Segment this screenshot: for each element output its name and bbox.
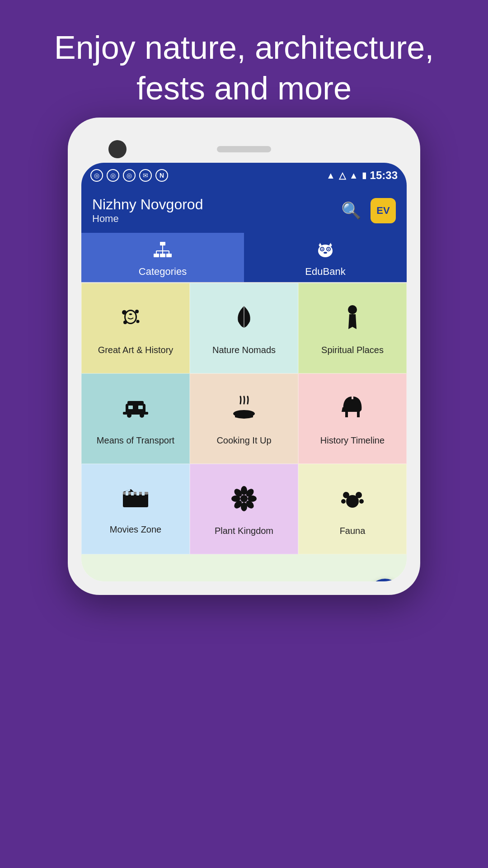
grid-cell-spiritual-places[interactable]: Spiritual Places xyxy=(298,283,407,373)
svg-rect-27 xyxy=(127,401,144,406)
svg-rect-1 xyxy=(154,254,159,257)
edubank-icon xyxy=(315,241,335,263)
grid-cell-plant-kingdom[interactable]: Plant Kingdom xyxy=(190,464,298,554)
plant-kingdom-label: Plant Kingdom xyxy=(215,526,273,536)
tab-bar: Categories xyxy=(81,233,407,283)
svg-rect-29 xyxy=(128,406,133,409)
svg-point-16 xyxy=(324,252,327,254)
tab-edubank-label: EduBank xyxy=(305,266,345,278)
svg-point-24 xyxy=(136,320,140,323)
svg-point-32 xyxy=(140,413,144,418)
svg-point-21 xyxy=(122,310,127,315)
speaker-bar xyxy=(217,146,271,152)
header-tagline: Enjoy nature, architecture,fests and mor… xyxy=(0,0,488,127)
status-icons-left: ◎ ◎ ◎ ✉ N xyxy=(90,169,168,182)
grid-cell-nature-nomads[interactable]: Nature Nomads xyxy=(190,283,298,373)
svg-rect-30 xyxy=(138,406,143,409)
means-of-transport-icon xyxy=(122,395,149,428)
movies-zone-label: Movies Zone xyxy=(110,524,162,535)
svg-rect-28 xyxy=(123,412,148,415)
app-subtitle: Home xyxy=(92,213,203,225)
svg-rect-0 xyxy=(160,242,165,245)
status-icon-mail: ✉ xyxy=(139,169,152,182)
fauna-icon xyxy=(339,485,366,519)
grid-cell-great-art-history[interactable]: Great Art & History xyxy=(81,283,190,373)
nature-nomads-label: Nature Nomads xyxy=(212,345,276,355)
svg-rect-2 xyxy=(160,254,165,257)
status-icon-cam1: ◎ xyxy=(90,169,103,182)
movies-zone-icon xyxy=(122,486,149,517)
status-icons-right: ▲ △ ▲ ▮ 15:33 xyxy=(326,169,398,182)
means-of-transport-label: Means of Transport xyxy=(97,435,174,446)
svg-point-15 xyxy=(328,249,329,250)
search-icon[interactable]: 🔍 xyxy=(341,201,361,220)
battery-icon: ▮ xyxy=(362,170,366,180)
svg-point-54 xyxy=(359,499,364,504)
tab-categories[interactable]: Categories xyxy=(81,233,244,282)
status-time: 15:33 xyxy=(370,169,398,182)
spiritual-places-icon xyxy=(340,304,365,338)
spiritual-places-label: Spiritual Places xyxy=(321,345,384,355)
svg-point-31 xyxy=(127,413,131,418)
svg-rect-3 xyxy=(166,254,172,257)
svg-rect-39 xyxy=(142,492,145,495)
logo-badge: EV xyxy=(371,198,396,223)
cooking-it-up-icon xyxy=(230,395,258,428)
svg-point-25 xyxy=(348,305,357,314)
camera-dot xyxy=(108,140,127,158)
app-title: Nizhny Novgorod xyxy=(92,196,203,213)
svg-point-20 xyxy=(126,311,136,323)
svg-point-52 xyxy=(356,492,362,498)
category-grid: Great Art & History Nature Nomads xyxy=(81,283,407,554)
status-icon-n: N xyxy=(155,169,168,182)
status-bar: ◎ ◎ ◎ ✉ N ▲ △ ▲ ▮ 15:33 xyxy=(81,163,407,188)
svg-point-41 xyxy=(240,495,248,502)
status-icon-cam2: ◎ xyxy=(107,169,119,182)
plant-kingdom-icon xyxy=(230,485,258,519)
app-bar: Nizhny Novgorod Home 🔍 EV xyxy=(81,188,407,233)
svg-point-23 xyxy=(123,321,127,324)
history-timeline-label: History Timeline xyxy=(320,435,385,446)
signal-icon2: ▲ xyxy=(349,170,358,181)
wifi-icon: ▲ xyxy=(326,170,335,181)
svg-point-51 xyxy=(343,492,349,498)
svg-point-53 xyxy=(341,499,346,504)
tab-categories-label: Categories xyxy=(139,266,187,278)
grid-cell-fauna[interactable]: Fauna xyxy=(298,464,407,554)
categories-icon xyxy=(153,241,173,263)
svg-point-22 xyxy=(135,310,139,313)
status-icon-cam3: ◎ xyxy=(123,169,136,182)
svg-rect-38 xyxy=(136,492,139,495)
app-bar-icons: 🔍 EV xyxy=(341,198,396,223)
svg-rect-37 xyxy=(131,492,134,495)
bottom-partial xyxy=(81,554,407,581)
great-art-history-icon xyxy=(121,304,150,338)
grid-cell-means-of-transport[interactable]: Means of Transport xyxy=(81,373,190,464)
grid-cell-cooking-it-up[interactable]: Cooking It Up xyxy=(190,373,298,464)
grid-cell-movies-zone[interactable]: Movies Zone xyxy=(81,464,190,554)
nature-nomads-icon xyxy=(232,304,256,338)
app-bar-title: Nizhny Novgorod Home xyxy=(92,196,203,225)
tab-edubank[interactable]: EduBank xyxy=(244,233,407,282)
phone-shell: ◎ ◎ ◎ ✉ N ▲ △ ▲ ▮ 15:33 Nizhny Novgorod … xyxy=(68,118,420,595)
signal-icon1: △ xyxy=(339,170,346,181)
grid-cell-history-timeline[interactable]: History Timeline xyxy=(298,373,407,464)
svg-point-14 xyxy=(322,249,323,250)
fauna-label: Fauna xyxy=(340,526,366,536)
history-timeline-icon xyxy=(339,395,366,428)
great-art-history-label: Great Art & History xyxy=(98,345,174,355)
phone-top-bar xyxy=(81,131,407,163)
phone-screen: ◎ ◎ ◎ ✉ N ▲ △ ▲ ▮ 15:33 Nizhny Novgorod … xyxy=(81,163,407,581)
cooking-it-up-label: Cooking It Up xyxy=(216,435,271,446)
